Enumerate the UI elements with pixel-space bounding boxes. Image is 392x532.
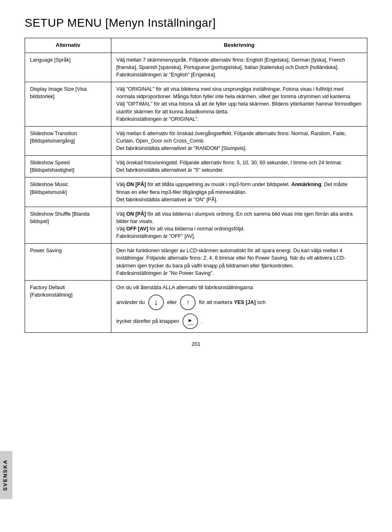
factory-default-intro: Om du vill återställa ALLA alternativ ti… bbox=[116, 284, 362, 291]
plain-desc: Välj mellan 7 skärmmenyspråk. Följande a… bbox=[116, 56, 362, 78]
rich-desc: Välj ON [PÅ] för att visa bilderna i slu… bbox=[116, 210, 362, 240]
play-enter-icon: ▶ bbox=[182, 313, 198, 329]
table-row: Power SavingDen här funktionen stänger a… bbox=[25, 244, 367, 281]
page-title: SETUP MENU [Menyn Inställningar] bbox=[25, 16, 367, 30]
table-row: Slideshow Transition [Bildspelsövergång]… bbox=[25, 126, 367, 155]
yes-ja-label: YES [JA] bbox=[234, 299, 256, 306]
alt-cell: Slideshow Shuffle [Blanda bildspel] bbox=[25, 207, 111, 244]
alt-cell: Slideshow Speed [Bildspelshastighet] bbox=[25, 156, 111, 177]
desc-cell: Den här funktionen stänger av LCD-skärme… bbox=[111, 244, 367, 281]
factory-default-button-line: trycker därefter på knappen ▶. bbox=[116, 313, 362, 329]
factory-default-icons-line: använder du ↓ eller ↑ för att markera YE… bbox=[116, 295, 362, 310]
desc-cell: Välj önskad fotovisningstid. Följande al… bbox=[111, 156, 367, 177]
header-alternativ: Alternativ bbox=[25, 38, 111, 53]
desc-cell: Välj ON [PÅ] för att tillåta uppspelning… bbox=[111, 177, 367, 207]
rich-desc: Välj ON [PÅ] för att tillåta uppspelning… bbox=[116, 181, 362, 203]
page-number: 201 bbox=[25, 341, 367, 347]
alt-cell: Power Saving bbox=[25, 244, 111, 281]
plain-desc: Välj mellan 6 alternativ för önskad över… bbox=[116, 130, 362, 152]
table-header-row: Alternativ Beskrivning bbox=[25, 38, 367, 53]
down-arrow-icon: ↓ bbox=[148, 295, 164, 310]
alt-cell: Slideshow Transition [Bildspelsövergång] bbox=[25, 126, 111, 155]
up-arrow-icon: ↑ bbox=[180, 295, 196, 310]
table-row: Slideshow Shuffle [Blanda bildspel]Välj … bbox=[25, 207, 367, 244]
alt-cell: Slideshow Music [Bildspelsmusik] bbox=[25, 177, 111, 207]
alt-cell: Language [Språk] bbox=[25, 53, 111, 82]
desc-cell: Om du vill återställa ALLA alternativ ti… bbox=[111, 280, 367, 332]
plain-desc: Välj önskad fotovisningstid. Följande al… bbox=[116, 159, 362, 174]
desc-cell: Välj mellan 7 skärmmenyspråk. Följande a… bbox=[111, 53, 367, 82]
desc-cell: Välj ON [PÅ] för att visa bilderna i slu… bbox=[111, 207, 367, 244]
header-beskrivning: Beskrivning bbox=[111, 38, 367, 53]
desc-cell: Välj "ORIGINAL" för att visa bilderna me… bbox=[111, 82, 367, 127]
plain-desc: Den här funktionen stänger av LCD-skärme… bbox=[116, 247, 362, 277]
table-row: Slideshow Speed [Bildspelshastighet]Välj… bbox=[25, 156, 367, 177]
plain-desc: Välj "ORIGINAL" för att visa bilderna me… bbox=[116, 85, 362, 123]
main-table: Alternativ Beskrivning Language [Språk]V… bbox=[25, 38, 367, 333]
table-row: Factory Default [Fabriksinställning]Om d… bbox=[25, 280, 367, 332]
alt-cell: Factory Default [Fabriksinställning] bbox=[25, 280, 111, 332]
table-row: Language [Språk]Välj mellan 7 skärmmenys… bbox=[25, 53, 367, 82]
table-row: Display Image Size [Visa bildstorlek]Väl… bbox=[25, 82, 367, 127]
sidebar-svenska: SVENSKA bbox=[0, 451, 12, 499]
alt-cell: Display Image Size [Visa bildstorlek] bbox=[25, 82, 111, 127]
table-row: Slideshow Music [Bildspelsmusik]Välj ON … bbox=[25, 177, 367, 207]
desc-cell: Välj mellan 6 alternativ för önskad över… bbox=[111, 126, 367, 155]
